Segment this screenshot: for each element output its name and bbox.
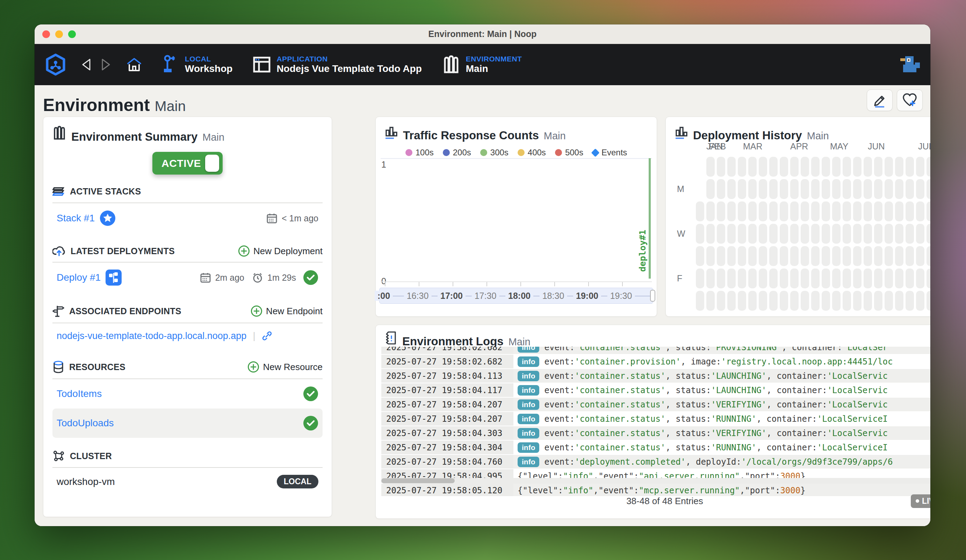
- log-message: infoevent: 'container.status', status: '…: [513, 347, 930, 354]
- heatmap-cell: [738, 291, 746, 311]
- legend-item[interactable]: 100s: [406, 148, 434, 157]
- breadcrumb-value: Main: [466, 63, 522, 74]
- window-titlebar: Environment: Main | Noop: [34, 25, 930, 44]
- axis-tick: [385, 282, 386, 286]
- heatmap-cell: [895, 291, 904, 311]
- legend-label: 500s: [565, 148, 583, 157]
- edit-button[interactable]: [867, 89, 893, 111]
- heatmap-cell: [905, 291, 914, 311]
- new-endpoint-button[interactable]: New Endpoint: [251, 305, 323, 317]
- heatmap-cell: [843, 201, 851, 221]
- panel-title: Deployment History: [693, 129, 802, 142]
- heatmap-cell: [821, 246, 830, 266]
- log-segment: event:: [544, 457, 575, 467]
- log-message: infoevent: 'container.status', status: '…: [513, 398, 930, 411]
- deploy-marker-line[interactable]: [649, 158, 651, 278]
- log-segment: 'container.provision': [575, 357, 680, 367]
- heatmap-day-label: F: [677, 273, 682, 283]
- heatmap-cell: [696, 201, 704, 221]
- forward-button[interactable]: [100, 57, 112, 72]
- heatmap-cell: [780, 157, 788, 177]
- legend-swatch-icon: [443, 149, 450, 156]
- heatmap-cell: [832, 201, 841, 221]
- success-check-icon: [303, 416, 319, 431]
- log-segment: event:: [544, 347, 575, 352]
- heatmap-cell: [843, 179, 851, 199]
- heatmap-cell: [727, 291, 736, 311]
- home-button[interactable]: [126, 57, 142, 73]
- breadcrumb-environment[interactable]: ENVIRONMENT Main: [442, 55, 522, 74]
- heatmap-cell: [916, 179, 925, 199]
- heatmap-cell: [790, 269, 798, 288]
- legend-item[interactable]: 300s: [480, 148, 509, 157]
- latest-deployments-header: LATEST DEPLOYMENTS: [53, 245, 175, 257]
- slider-handle[interactable]: [650, 290, 655, 302]
- heatmap-cell: [738, 246, 746, 266]
- heatmap-cell: [843, 291, 851, 311]
- minimize-window-button[interactable]: [55, 30, 63, 38]
- heatmap-cell: [738, 269, 746, 288]
- new-deployment-button[interactable]: New Deployment: [238, 245, 323, 257]
- window-title: Environment: Main | Noop: [429, 29, 537, 39]
- zoom-window-button[interactable]: [68, 30, 76, 38]
- heatmap-cell: [832, 224, 841, 244]
- resource-link[interactable]: TodoItems: [57, 388, 102, 400]
- toggle-label: ACTIVE: [161, 157, 201, 169]
- duck-icon[interactable]: [897, 56, 920, 74]
- heatmap-cell: [717, 201, 725, 221]
- heatmap-cell: [780, 179, 788, 199]
- environment-summary-icon: [53, 125, 66, 141]
- heatmap-cell: [780, 224, 788, 244]
- legend-swatch-icon: [480, 149, 487, 156]
- logs-horizontal-scrollbar[interactable]: [381, 478, 930, 483]
- back-button[interactable]: [80, 57, 92, 72]
- log-segment: 'LAUNCHING': [711, 385, 766, 395]
- noop-logo-icon[interactable]: [44, 53, 67, 76]
- log-timestamp: 2025-07-27 19:58:02.682: [381, 355, 513, 368]
- endpoint-link[interactable]: nodejs-vue-template-todo-app.local.noop.…: [57, 331, 246, 341]
- deployment-history-panel: Deployment History Main JANFEBMARAPRMAYJ…: [665, 116, 930, 317]
- axis-tick: [419, 282, 419, 286]
- new-resource-button[interactable]: New Resource: [247, 361, 323, 373]
- heatmap-month-label: FEB: [709, 141, 726, 152]
- scrollbar-thumb[interactable]: [381, 478, 455, 483]
- legend-item[interactable]: 200s: [443, 148, 471, 157]
- heatmap-cell: [927, 179, 930, 199]
- heatmap-cell: [759, 224, 767, 244]
- log-segment: , container:: [756, 443, 817, 452]
- deploy-meta: 2m ago 1m 29s: [200, 270, 319, 285]
- legend-item[interactable]: Events: [592, 148, 627, 157]
- external-link-icon[interactable]: [262, 331, 272, 341]
- resource-link[interactable]: TodoUploads: [57, 418, 113, 429]
- heatmap-cell: [738, 157, 746, 177]
- heatmap-month-label: MAY: [830, 141, 848, 152]
- log-message: infoevent: 'container.status', status: '…: [513, 412, 930, 426]
- heatmap-cell: [759, 157, 767, 177]
- axis-tick: [453, 282, 453, 286]
- deploy-link[interactable]: Deploy #1: [57, 272, 101, 283]
- breadcrumb-kind: ENVIRONMENT: [466, 55, 522, 63]
- heatmap-cell: [696, 224, 704, 244]
- heatmap-cell: [927, 269, 930, 288]
- close-window-button[interactable]: [42, 30, 50, 38]
- log-message: infoevent: 'container.status', status: '…: [513, 369, 930, 383]
- log-segment: 'container.status': [575, 400, 665, 409]
- stack-link[interactable]: Stack #1: [57, 213, 95, 224]
- time-range-slider[interactable]: :0016:3017:0017:3018:0018:3019:0019:30: [379, 288, 653, 304]
- log-segment: 'VERIFYING': [711, 400, 766, 409]
- log-segment: 'container.status': [575, 443, 665, 452]
- heatmap-cell: [874, 201, 882, 221]
- traffic-plot: 1 0 deploy#1: [381, 158, 652, 274]
- breadcrumb-workshop[interactable]: LOCAL Workshop: [163, 55, 232, 74]
- environment-active-toggle[interactable]: ACTIVE: [153, 152, 223, 175]
- legend-item[interactable]: 500s: [555, 148, 583, 157]
- heatmap-cell: [811, 269, 820, 288]
- heatmap-cell: [769, 224, 778, 244]
- breadcrumb-application[interactable]: APPLICATION Nodejs Vue Template Todo App: [253, 55, 422, 74]
- heatmap-cell: [853, 291, 861, 311]
- favorite-button[interactable]: [897, 89, 923, 111]
- axis-tick-label: 19:00: [573, 291, 601, 301]
- live-badge[interactable]: LIVE: [911, 495, 930, 508]
- deploy-row: Deploy #1 2m ago 1m 29s: [53, 262, 323, 293]
- legend-item[interactable]: 400s: [518, 148, 546, 157]
